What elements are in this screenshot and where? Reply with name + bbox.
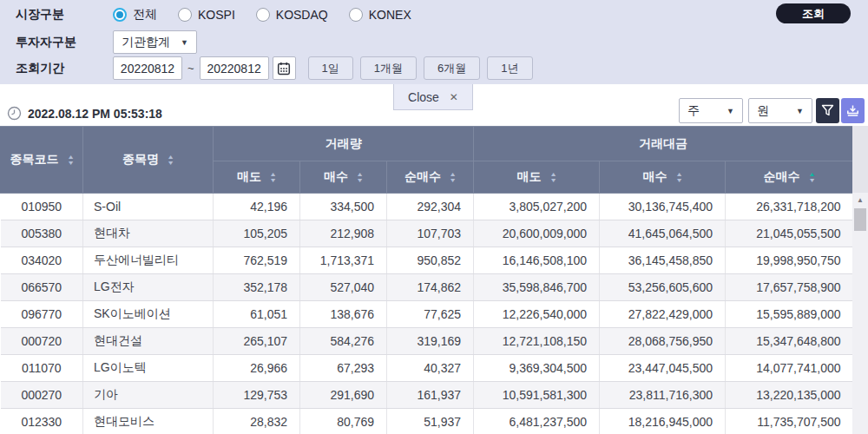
cell-val-sell: 12,226,540,000 <box>474 301 600 328</box>
column-header-val-sell[interactable]: 매도▲▼ <box>474 161 600 194</box>
column-header-label: 매수 <box>324 169 348 185</box>
investor-filter-row: 투자자구분 기관합계 ▼ <box>16 30 197 54</box>
cell-val-sell: 12,721,108,150 <box>474 328 600 355</box>
cell-vol-buy: 80,769 <box>300 409 387 434</box>
cell-vol-buy: 584,276 <box>300 328 387 355</box>
table-row[interactable]: 012330현대모비스28,83280,76951,9376,481,237,5… <box>1 409 853 434</box>
period-unit-value: 주 <box>687 103 700 119</box>
sort-down-arrow: ▼ <box>449 178 457 183</box>
sort-down-arrow: ▼ <box>356 178 364 183</box>
sort-icon[interactable]: ▲▼ <box>68 155 74 166</box>
cell-val-buy: 23,811,716,300 <box>600 382 726 409</box>
investor-select[interactable]: 기관합계 ▼ <box>113 30 197 54</box>
column-header-content: 순매수▲▼ <box>387 169 473 185</box>
column-header-val-buy[interactable]: 매수▲▼ <box>600 161 726 194</box>
investor-select-value: 기관합계 <box>122 35 170 50</box>
table-header-group-row: 종목코드▲▼ 종목명▲▼ 거래량 거래대금 <box>1 127 853 161</box>
column-header-vol-sell[interactable]: 매도▲▼ <box>214 161 300 194</box>
sort-icon[interactable]: ▲▼ <box>270 172 276 183</box>
table-row[interactable]: 000270기아129,753291,690161,93710,591,581,… <box>1 382 853 409</box>
market-radio-KOSPI[interactable]: KOSPI <box>178 8 235 22</box>
cell-vol-sell: 352,178 <box>214 274 300 301</box>
column-header-val-net[interactable]: 순매수▲▼ <box>726 161 853 194</box>
sort-icon[interactable]: ▲▼ <box>676 172 682 183</box>
column-header-code[interactable]: 종목코드▲▼ <box>1 127 83 194</box>
radio-button-icon[interactable] <box>113 8 127 22</box>
sort-icon[interactable]: ▲▼ <box>550 172 556 183</box>
cell-vol-net: 292,304 <box>387 194 474 220</box>
table-row[interactable]: 005380현대차105,205212,908107,70320,600,009… <box>1 220 853 247</box>
scrollbar-thumb[interactable] <box>854 208 866 231</box>
cell-val-net: 15,595,889,000 <box>726 301 853 328</box>
cell-code: 000720 <box>1 328 83 355</box>
table-row[interactable]: 010950S-Oil42,196334,500292,3043,805,027… <box>1 194 853 220</box>
column-header-content: 매도▲▼ <box>474 169 599 185</box>
cell-vol-sell: 26,966 <box>214 355 300 382</box>
range-button-1개월[interactable]: 1개월 <box>360 56 417 80</box>
cell-code: 066570 <box>1 274 83 301</box>
download-button[interactable] <box>841 98 865 123</box>
column-header-content: 매수▲▼ <box>600 169 725 185</box>
cell-vol-buy: 138,676 <box>300 301 387 328</box>
sort-icon[interactable]: ▲▼ <box>450 172 456 183</box>
column-header-vol-net[interactable]: 순매수▲▼ <box>387 161 474 194</box>
column-header-name[interactable]: 종목명▲▼ <box>83 127 214 194</box>
radio-button-icon[interactable] <box>256 8 270 22</box>
vertical-scrollbar[interactable]: ▲ <box>852 126 868 434</box>
market-radio-전체[interactable]: 전체 <box>113 7 157 23</box>
cell-vol-sell: 28,832 <box>214 409 300 434</box>
cell-name: LG전자 <box>83 274 214 301</box>
filter-button[interactable] <box>816 98 839 123</box>
date-to-input[interactable] <box>200 56 269 80</box>
cell-val-sell: 16,146,508,100 <box>474 247 600 274</box>
cell-val-sell: 9,369,304,500 <box>474 355 600 382</box>
market-radio-KONEX[interactable]: KONEX <box>349 8 411 22</box>
cell-val-sell: 20,600,009,000 <box>474 220 600 247</box>
sort-down-arrow: ▼ <box>67 161 75 166</box>
table-row[interactable]: 034020두산에너빌리티762,5191,713,371950,85216,1… <box>1 247 853 274</box>
period-unit-select[interactable]: 주 ▼ <box>679 98 743 123</box>
currency-unit-select[interactable]: 원 ▼ <box>748 98 812 123</box>
tab-close-icon[interactable]: ✕ <box>450 91 458 103</box>
cell-val-buy: 27,822,429,000 <box>600 301 726 328</box>
tab-close[interactable]: Close ✕ <box>393 84 473 110</box>
table-row[interactable]: 000720현대건설265,107584,276319,16912,721,10… <box>1 328 853 355</box>
table-row[interactable]: 096770SK이노베이션61,051138,67677,62512,226,5… <box>1 301 853 328</box>
scroll-up-arrow-icon[interactable]: ▲ <box>852 193 868 207</box>
column-header-vol-buy[interactable]: 매수▲▼ <box>300 161 387 194</box>
range-button-1년[interactable]: 1년 <box>487 56 532 80</box>
cell-vol-sell: 105,205 <box>214 220 300 247</box>
cell-vol-sell: 42,196 <box>214 194 300 220</box>
table-row[interactable]: 011070LG이노텍26,96667,29340,3279,369,304,5… <box>1 355 853 382</box>
table-row[interactable]: 066570LG전자352,178527,040174,86235,598,84… <box>1 274 853 301</box>
sort-icon[interactable]: ▲▼ <box>168 155 174 166</box>
clock-icon <box>7 106 22 121</box>
cell-vol-buy: 334,500 <box>300 194 387 220</box>
range-button-1일[interactable]: 1일 <box>308 56 353 80</box>
calendar-button[interactable] <box>273 56 296 80</box>
column-header-label: 종목명 <box>122 152 159 168</box>
column-header-label: 종목코드 <box>10 152 59 168</box>
date-from-input[interactable] <box>113 56 182 80</box>
search-button[interactable]: 조회 <box>776 3 851 23</box>
cell-code: 005380 <box>1 220 83 247</box>
cell-vol-net: 319,169 <box>387 328 474 355</box>
sort-down-arrow: ▼ <box>549 178 557 183</box>
market-radio-KOSDAQ[interactable]: KOSDAQ <box>256 8 328 22</box>
range-button-6개월[interactable]: 6개월 <box>424 56 480 80</box>
radio-button-icon[interactable] <box>178 8 192 22</box>
group-header-volume: 거래량 <box>214 127 474 161</box>
cell-val-net: 11,735,707,500 <box>726 409 853 434</box>
cell-vol-net: 107,703 <box>387 220 474 247</box>
scrollbar-track[interactable]: ▲ <box>852 193 868 434</box>
cell-vol-buy: 1,713,371 <box>300 247 387 274</box>
radio-button-icon[interactable] <box>349 8 363 22</box>
cell-vol-sell: 762,519 <box>214 247 300 274</box>
sort-icon[interactable]: ▲▼ <box>809 172 815 183</box>
cell-vol-sell: 265,107 <box>214 328 300 355</box>
sort-icon[interactable]: ▲▼ <box>357 172 363 183</box>
cell-vol-buy: 212,908 <box>300 220 387 247</box>
column-header-label: 매도 <box>517 169 542 185</box>
cell-val-net: 14,077,741,000 <box>726 355 853 382</box>
radio-label: 전체 <box>133 7 157 23</box>
